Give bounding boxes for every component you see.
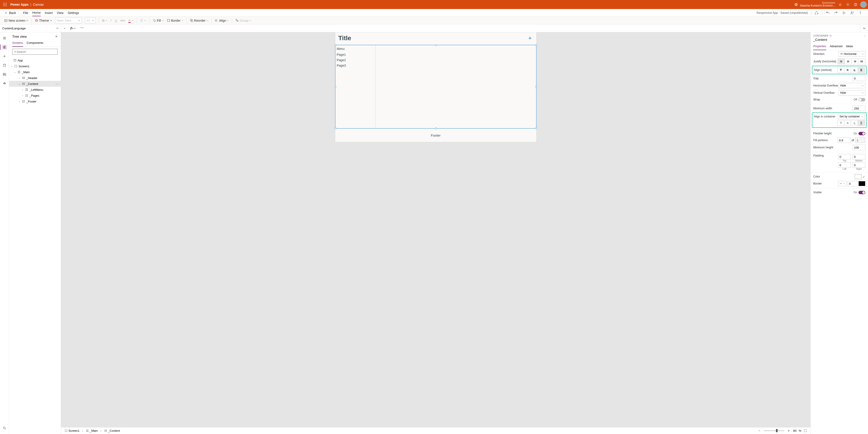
add-icon[interactable]: + [527,35,533,41]
help-icon[interactable] [852,1,860,8]
wrap-toggle[interactable] [859,98,865,101]
node-content[interactable]: ⌄ _Content ⋯ [9,81,61,87]
min-width-input[interactable] [852,106,865,111]
bold-button[interactable]: B [102,19,107,22]
justify-end-button[interactable] [851,59,858,64]
tree-search-input[interactable] [17,50,56,54]
play-icon[interactable] [841,10,847,16]
canvas-content-selected[interactable]: Menu Page1 Page2 Page3 [335,45,536,129]
canvas-left-menu[interactable]: Menu Page1 Page2 Page3 [336,45,376,128]
panel-chevron-icon[interactable]: › [864,34,865,37]
tree-view-icon[interactable] [2,44,7,50]
fx-label[interactable]: fx [68,26,78,30]
min-height-input[interactable] [852,145,865,150]
font-selector[interactable]: Open Sans [55,18,82,24]
pad-right-input[interactable] [852,162,865,168]
node-pages[interactable]: › _Pages [9,93,61,98]
italic-button[interactable]: I [111,19,112,22]
align-middle-button[interactable] [844,67,851,73]
node-footer[interactable]: › _Footer [9,98,61,104]
fit-to-screen-icon[interactable] [804,429,808,432]
media-rail-icon[interactable] [2,72,7,77]
align-v-segment[interactable] [837,67,865,73]
tab-insert[interactable]: Insert [45,10,53,16]
pad-bottom-input[interactable] [852,154,865,159]
flex-h-toggle[interactable] [859,132,865,135]
expand-formula-button[interactable] [860,24,868,32]
align-in-segment[interactable] [837,120,865,126]
chevron-right-icon[interactable]: › [21,89,24,91]
fill-button[interactable]: Fill [153,19,164,22]
search-rail-icon[interactable] [2,426,7,431]
align-in-top-button[interactable] [837,120,844,126]
group-button[interactable]: Group [235,19,251,22]
canvas-area[interactable]: Title + Menu Page1 [61,32,810,427]
pad-left-input[interactable] [838,162,851,168]
align-in-middle-button[interactable] [844,120,851,126]
h-overflow-select[interactable]: Hide [839,83,865,88]
properties-tab[interactable]: Properties [813,43,826,50]
text-align-button[interactable] [140,19,146,22]
tab-view[interactable]: View [57,10,64,16]
environment-display[interactable]: Environment Sascha Kuntze's Environ... [800,2,835,7]
node-app[interactable]: App [9,57,61,63]
justify-between-button[interactable] [858,59,865,64]
new-screen-button[interactable]: New screen [4,19,28,22]
data-rail-icon[interactable] [2,63,7,68]
gap-input[interactable] [852,76,865,81]
advanced-tab[interactable]: Advanced [830,43,842,50]
align-in-stretch-button[interactable] [858,120,865,126]
fill-portions-input[interactable] [838,137,850,143]
border-width-input[interactable] [848,181,858,186]
tools-rail-icon[interactable] [2,80,7,86]
ideas-tab[interactable]: Ideas [846,43,853,50]
align-in-select[interactable]: Set by container [838,114,865,119]
components-tab[interactable]: Components [27,39,43,47]
chevron-right-icon[interactable]: › [21,94,24,97]
align-button[interactable]: Align [215,19,229,22]
chevron-right-icon[interactable]: › [18,77,21,79]
help-ribbon-icon[interactable] [857,10,864,16]
chevron-down-icon[interactable]: ⌄ [18,82,21,85]
screens-tab[interactable]: Screens [12,39,23,47]
font-size-selector[interactable]: 13 [85,18,96,24]
align-bottom-button[interactable] [851,67,858,73]
border-style-select[interactable]: ─ [838,181,847,186]
strike-button[interactable]: abc [121,19,125,22]
settings-icon[interactable] [844,1,852,8]
align-stretch-button[interactable] [858,67,865,73]
user-avatar[interactable] [860,1,867,8]
justify-center-button[interactable] [845,59,851,64]
tab-settings[interactable]: Settings [68,10,79,16]
canvas-header[interactable]: Title + [335,32,536,45]
pad-top-input[interactable] [838,154,851,159]
node-options-icon[interactable]: ⋯ [55,82,59,86]
crumb-screen1[interactable]: Screen1 [63,429,81,432]
zoom-slider[interactable] [764,430,784,431]
reorder-button[interactable]: Reorder [190,19,209,22]
font-color-button[interactable]: A [128,18,133,23]
v-overflow-select[interactable]: Hide [839,90,865,96]
formula-input[interactable]: "" [78,27,860,30]
node-leftmenu[interactable]: › _LeftMenu [9,87,61,93]
chevron-down-icon[interactable]: ⌄ [13,71,16,73]
fill-color-swatch[interactable] [855,174,862,179]
justify-segment[interactable] [838,59,865,64]
redo-icon[interactable] [833,10,839,16]
zoom-in-button[interactable]: + [786,429,791,433]
border-color-swatch[interactable] [859,181,865,186]
insert-rail-icon[interactable] [2,54,7,59]
notifications-icon[interactable] [836,1,844,8]
tab-file[interactable]: File [23,10,28,16]
justify-start-button[interactable] [838,59,845,64]
chevron-right-icon[interactable]: › [18,100,21,103]
edit-color-icon[interactable] [862,175,865,178]
direction-select[interactable]: Horizontal [839,51,865,57]
chevron-down-icon[interactable]: ⌄ [10,65,13,68]
share-icon[interactable] [849,10,855,16]
node-main[interactable]: ⌄ _Main [9,69,61,75]
theme-button[interactable]: Theme [35,19,52,22]
waffle-icon[interactable] [1,1,8,8]
node-header[interactable]: › _Header [9,75,61,81]
canvas-screen[interactable]: Title + Menu Page1 [335,32,537,142]
